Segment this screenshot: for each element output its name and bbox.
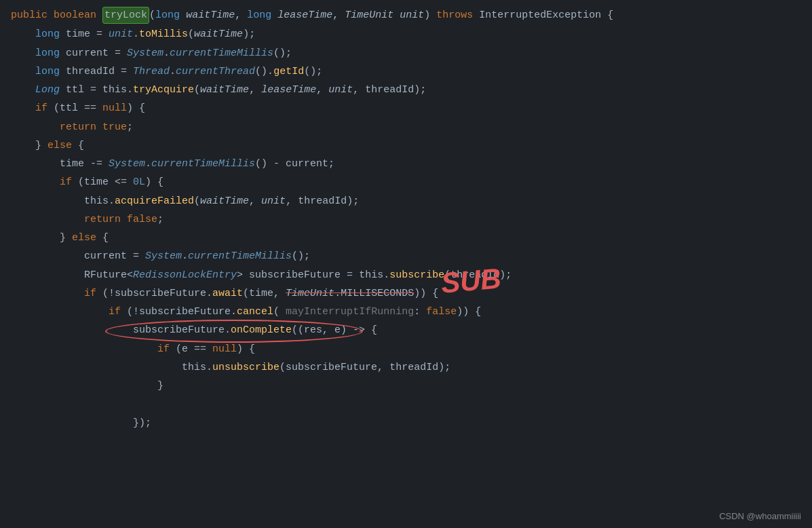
keyword-throws: throws	[436, 7, 473, 23]
keyword-false: false	[127, 212, 157, 227]
number-0L: 0L	[133, 174, 145, 190]
call-system-3: System	[145, 248, 182, 264]
call-unit: unit	[109, 26, 133, 42]
call-system-2: System	[109, 156, 145, 172]
method-currenttimemillis-2: currentTimeMillis	[151, 156, 255, 172]
keyword-boolean: boolean	[54, 7, 96, 23]
arg-threadid-3: threadId	[450, 267, 499, 283]
type-timeunit: TimeUnit	[345, 7, 393, 23]
code-line-19: if (e == null ) {	[0, 340, 812, 358]
arg-waittime-2: waitTime	[200, 82, 249, 98]
exception-interrupted: InterruptedException	[479, 7, 601, 23]
code-line-10: if (time <= 0L ) {	[0, 173, 812, 191]
method-getid: getId	[273, 64, 304, 79]
arg-unit-2: unit	[328, 82, 353, 98]
code-line-9: time -= System . currentTimeMillis () - …	[0, 155, 812, 173]
type-long-2: long	[247, 7, 271, 23]
type-long-3: long	[35, 45, 60, 61]
code-line-16: if (! subscribeFuture . await (time, Tim…	[0, 284, 812, 303]
arg-waittime: waitTime	[194, 26, 243, 42]
keyword-else-2: else	[72, 230, 96, 246]
keyword-if-5: if	[157, 341, 170, 357]
method-trylock: tryLock	[102, 7, 149, 24]
param-waittime: waitTime	[186, 7, 235, 23]
var-subscribefuture-4: subscribeFuture	[133, 322, 225, 338]
code-line-17: if (! subscribeFuture . cancel ( mayInte…	[0, 303, 812, 321]
keyword-public: public	[11, 7, 47, 23]
code-line-18: subscribeFuture . onComplete ((res, e) -…	[0, 321, 812, 339]
code-line-15: RFuture < RedissonLockEntry > subscribeF…	[0, 266, 812, 284]
strikethrough-dot: .MILLISECONDS	[334, 286, 414, 301]
param-leasetime: leaseTime	[277, 7, 332, 23]
type-long-obj: Long	[35, 82, 60, 98]
arg-subscribefuture-5: subscribeFuture	[286, 360, 377, 375]
method-await: await	[212, 286, 243, 301]
code-line-8: } else {	[0, 136, 812, 155]
keyword-else-1: else	[47, 138, 72, 153]
keyword-null-2: null	[212, 341, 237, 357]
arg-threadid-4: threadId	[389, 360, 438, 375]
method-unsubscribe: unsubscribe	[212, 360, 279, 375]
code-line-21: }	[0, 377, 812, 395]
type-redissonlockentry: RedissonLockEntry	[133, 267, 237, 283]
code-line-12: return false ;	[0, 210, 812, 229]
keyword-false-2: false	[426, 304, 457, 320]
param-mayinterrupt: mayInterruptIfRunning	[286, 304, 414, 320]
watermark-csdn: CSDN @whoammiiiii	[719, 511, 801, 521]
keyword-return-1: return	[60, 119, 96, 135]
param-unit: unit	[400, 7, 424, 23]
method-acquirefailed: acquireFailed	[115, 193, 194, 209]
code-line-6: if (ttl == null ) {	[0, 99, 812, 117]
var-subscribefuture-2: subscribeFuture	[115, 286, 206, 301]
method-currentthread: currentThread	[176, 64, 255, 79]
type-long-4: long	[35, 64, 60, 79]
code-line-23: });	[0, 414, 812, 432]
code-line-7: return true ;	[0, 118, 812, 136]
keyword-if-2: if	[60, 174, 72, 190]
code-line-1: public boolean tryLock ( long waitTime ,…	[0, 5, 812, 25]
method-cancel: cancel	[237, 304, 273, 320]
var-subscribefuture-3: subscribeFuture	[139, 304, 231, 320]
keyword-if-1: if	[35, 100, 47, 116]
arg-threadid-2: threadId	[298, 193, 347, 209]
code-line-5: Long ttl = this . tryAcquire ( waitTime …	[0, 81, 812, 99]
arg-waittime-3: waitTime	[200, 193, 249, 209]
keyword-return-2: return	[84, 212, 121, 227]
type-rfuture: RFuture	[84, 267, 127, 283]
method-tomillis: toMillis	[139, 26, 188, 42]
strikethrough-timeunit: TimeUnit	[286, 286, 334, 301]
type-long-1: long	[155, 7, 180, 23]
arg-unit-3: unit	[261, 193, 286, 209]
method-oncomplete: onComplete	[231, 322, 292, 338]
code-line-22	[0, 395, 812, 413]
keyword-true: true	[102, 119, 127, 135]
code-line-13: } else {	[0, 229, 812, 247]
code-line-20: this . unsubscribe ( subscribeFuture , t…	[0, 358, 812, 377]
method-currenttimemillis-1: currentTimeMillis	[170, 45, 273, 61]
method-tryacquire: tryAcquire	[133, 82, 194, 98]
code-container: public boolean tryLock ( long waitTime ,…	[0, 0, 812, 528]
call-system-1: System	[127, 45, 163, 61]
type-long: long	[35, 26, 60, 42]
arg-threadid-1: threadId	[365, 82, 414, 98]
method-subscribe: subscribe	[389, 267, 444, 283]
call-thread: Thread	[133, 64, 170, 79]
code-line-14: current = System . currentTimeMillis ();	[0, 247, 812, 265]
keyword-if-3: if	[84, 286, 96, 301]
var-subscribefuture-decl: subscribeFuture	[249, 267, 347, 283]
code-line-4: long threadId = Thread . currentThread (…	[0, 62, 812, 81]
method-currenttimemillis-3: currentTimeMillis	[188, 248, 292, 264]
keyword-null-1: null	[102, 100, 127, 116]
keyword-if-4: if	[109, 304, 121, 320]
code-line-2: long time = unit . toMillis ( waitTime )…	[0, 25, 812, 43]
code-line-3: long current = System . currentTimeMilli…	[0, 44, 812, 62]
code-line-11: this . acquireFailed ( waitTime , unit ,…	[0, 192, 812, 210]
arg-leasetime-2: leaseTime	[261, 82, 316, 98]
